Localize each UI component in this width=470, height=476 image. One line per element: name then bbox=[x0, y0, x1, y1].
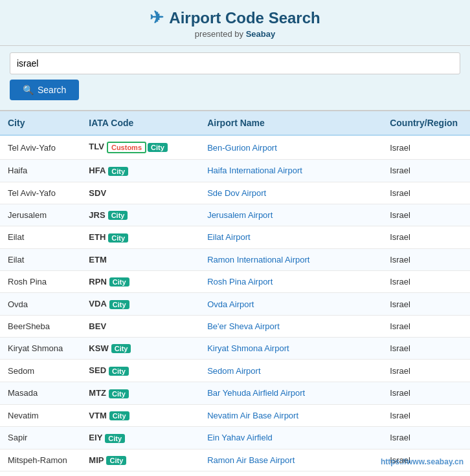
airport-link[interactable]: Haifa International Airport bbox=[207, 166, 302, 175]
cell-airport[interactable]: Sedom Airport bbox=[199, 360, 382, 382]
airport-link[interactable]: Jerusalem Airport bbox=[207, 210, 273, 220]
iata-code-value: VDA bbox=[89, 299, 106, 308]
table-row: JerusalemJRSCityJerusalem AirportIsrael bbox=[0, 204, 470, 226]
cell-city: Tel Aviv-Yafo bbox=[0, 182, 81, 204]
airport-link[interactable]: Be'er Sheva Airport bbox=[207, 321, 280, 331]
cell-city: Eilat bbox=[0, 248, 81, 270]
cell-city: Nevatim bbox=[0, 404, 81, 427]
cell-city: Jerusalem bbox=[0, 204, 81, 226]
iata-code-value: HFA bbox=[89, 166, 106, 175]
cell-airport[interactable]: Nevatim Air Base Airport bbox=[199, 404, 382, 427]
title-text: Airport Code Search bbox=[169, 9, 320, 27]
brand-name: Seabay bbox=[246, 29, 276, 39]
search-button-label: Search bbox=[38, 85, 66, 95]
table-row: Tel Aviv-YafoSDVSde Dov AirportIsrael bbox=[0, 182, 470, 204]
airport-link[interactable]: Ben-Gurion Airport bbox=[207, 143, 277, 153]
cell-airport[interactable]: Haifa International Airport bbox=[199, 160, 382, 182]
airport-link[interactable]: Bar Yehuda Airfield Airport bbox=[207, 388, 305, 398]
cell-city: Tel Aviv-Yafo bbox=[0, 135, 81, 160]
cell-city: Haifa bbox=[0, 160, 81, 182]
cell-iata: SEDCity bbox=[81, 360, 199, 382]
subtitle: presented by Seabay bbox=[6, 29, 464, 39]
cell-iata: SDV bbox=[81, 182, 199, 204]
watermark: https://www.seabay.cn bbox=[381, 457, 464, 466]
airport-link[interactable]: Kiryat Shmona Airport bbox=[207, 343, 289, 353]
customs-badge: Customs bbox=[107, 142, 146, 153]
city-badge: City bbox=[108, 211, 128, 220]
cell-iata: EIYCity bbox=[81, 427, 199, 449]
header: ✈ Airport Code Search presented by Seaba… bbox=[0, 0, 470, 46]
cell-airport[interactable]: Be'er Sheva Airport bbox=[199, 315, 382, 337]
cell-iata: VDACity bbox=[81, 293, 199, 316]
city-badge: City bbox=[109, 389, 129, 398]
cell-airport[interactable]: Ein Yahav Airfield bbox=[199, 427, 382, 449]
cell-city: Mitspeh-Ramon bbox=[0, 449, 81, 471]
city-badge: City bbox=[111, 344, 131, 353]
cell-airport[interactable]: Ramon Air Base Airport bbox=[199, 449, 382, 471]
cell-airport[interactable]: Ovda Airport bbox=[199, 293, 382, 316]
airport-link[interactable]: Ramon International Airport bbox=[207, 255, 309, 265]
col-header-city: City bbox=[0, 111, 81, 135]
cell-iata: KSWCity bbox=[81, 337, 199, 360]
col-header-airport: Airport Name bbox=[199, 111, 382, 135]
airport-link[interactable]: Nevatim Air Base Airport bbox=[207, 411, 298, 420]
table-row: BeerShebaBEVBe'er Sheva AirportIsrael bbox=[0, 315, 470, 337]
col-header-country: Country/Region bbox=[382, 111, 470, 135]
table-row: Kiryat ShmonaKSWCityKiryat Shmona Airpor… bbox=[0, 337, 470, 360]
iata-code-value: MIP bbox=[89, 455, 104, 465]
airport-link[interactable]: Sedom Airport bbox=[207, 366, 260, 376]
iata-code-value: RPN bbox=[89, 277, 106, 287]
cell-iata: BEV bbox=[81, 315, 199, 337]
cell-airport[interactable]: Ben-Gurion Airport bbox=[199, 135, 382, 160]
cell-airport[interactable]: Sde Dov Airport bbox=[199, 182, 382, 204]
cell-country: Israel bbox=[382, 204, 470, 226]
cell-country: Israel bbox=[382, 135, 470, 160]
airport-link[interactable]: Ramon Air Base Airport bbox=[207, 455, 295, 465]
table-header-row: City IATA Code Airport Name Country/Regi… bbox=[0, 111, 470, 135]
airport-link[interactable]: Sde Dov Airport bbox=[207, 188, 266, 198]
iata-code-value: SDV bbox=[89, 188, 106, 198]
city-badge: City bbox=[109, 300, 129, 309]
cell-iata: HFACity bbox=[81, 160, 199, 182]
airport-link[interactable]: Ein Yahav Airfield bbox=[207, 433, 273, 442]
col-header-iata: IATA Code bbox=[81, 111, 199, 135]
cell-airport[interactable]: Bar Yehuda Airfield Airport bbox=[199, 382, 382, 404]
cell-airport[interactable]: Eilat Airport bbox=[199, 226, 382, 249]
subtitle-text: presented by bbox=[195, 29, 243, 39]
cell-iata: ETM bbox=[81, 248, 199, 270]
search-button[interactable]: 🔍 Search bbox=[10, 80, 79, 100]
cell-airport[interactable]: Kiryat Shmona Airport bbox=[199, 337, 382, 360]
iata-code-value: SED bbox=[89, 365, 106, 375]
cell-city: Sapir bbox=[0, 427, 81, 449]
table-row: EilatETHCityEilat AirportIsrael bbox=[0, 226, 470, 249]
cell-iata: JRSCity bbox=[81, 204, 199, 226]
cell-airport[interactable]: Rosh Pina Airport bbox=[199, 270, 382, 293]
cell-city: Masada bbox=[0, 382, 81, 404]
cell-country: Israel bbox=[382, 404, 470, 427]
airport-link[interactable]: Eilat Airport bbox=[207, 232, 250, 242]
iata-code-value: MTZ bbox=[89, 388, 106, 398]
cell-country: Israel bbox=[382, 270, 470, 293]
plane-icon: ✈ bbox=[150, 8, 164, 28]
city-badge: City bbox=[108, 167, 128, 176]
cell-country: Israel bbox=[382, 427, 470, 449]
cell-city: Sedom bbox=[0, 360, 81, 382]
city-badge: City bbox=[109, 277, 129, 287]
table-row: NevatimVTMCityNevatim Air Base AirportIs… bbox=[0, 404, 470, 427]
cell-airport[interactable]: Jerusalem Airport bbox=[199, 204, 382, 226]
search-input[interactable] bbox=[10, 52, 460, 74]
cell-country: Israel bbox=[382, 248, 470, 270]
airport-link[interactable]: Ovda Airport bbox=[207, 299, 254, 309]
iata-code-value: VTM bbox=[89, 411, 106, 420]
cell-airport[interactable]: Ramon International Airport bbox=[199, 248, 382, 270]
page-title: ✈ Airport Code Search bbox=[6, 8, 464, 28]
airport-link[interactable]: Rosh Pina Airport bbox=[207, 277, 273, 287]
page-wrapper: ✈ Airport Code Search presented by Seaba… bbox=[0, 0, 470, 476]
table-row: Tel Aviv-YafoTLVCustomsCityBen-Gurion Ai… bbox=[0, 135, 470, 160]
city-badge: City bbox=[105, 434, 125, 443]
cell-iata: ETHCity bbox=[81, 226, 199, 249]
iata-code-value: ETH bbox=[89, 232, 106, 242]
cell-country: Israel bbox=[382, 182, 470, 204]
iata-code-value: KSW bbox=[89, 343, 108, 353]
table-row: SapirEIYCityEin Yahav AirfieldIsrael bbox=[0, 427, 470, 449]
